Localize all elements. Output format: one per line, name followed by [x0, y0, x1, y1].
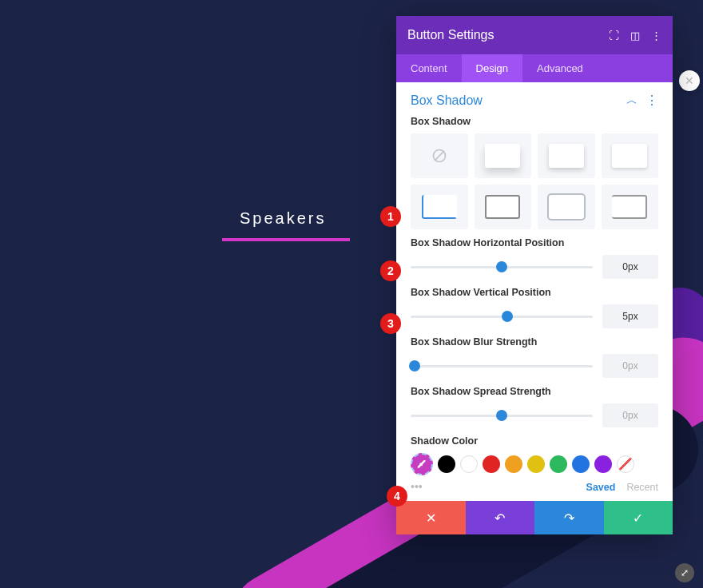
slider-spread[interactable] — [411, 407, 593, 423]
preset-8[interactable] — [602, 185, 659, 229]
label-blur: Box Shadow Blur Strength — [411, 336, 658, 348]
slider-blur[interactable] — [411, 358, 593, 374]
swatch-green[interactable] — [550, 455, 567, 473]
shadow-preset-grid — [411, 133, 658, 229]
svg-line-1 — [435, 151, 444, 161]
speakers-button[interactable]: Speakers — [240, 209, 327, 228]
label-vertical: Box Shadow Vertical Position — [411, 287, 658, 298]
panel-body: Box Shadow ︿ ⋮ Box Shadow Box Shadow Hor… — [396, 82, 673, 501]
eyedropper-button[interactable] — [411, 453, 433, 475]
swatch-purple[interactable] — [594, 455, 612, 473]
value-blur[interactable]: 0px — [602, 354, 658, 378]
swatch-orange[interactable] — [505, 455, 522, 473]
resize-handle-icon[interactable]: ⤢ — [675, 563, 694, 582]
settings-panel: Button Settings ⛶ ◫ ⋮ Content Design Adv… — [396, 16, 673, 534]
kebab-icon[interactable]: ⋮ — [651, 30, 661, 42]
color-tab-saved[interactable]: Saved — [586, 482, 616, 493]
value-horizontal[interactable]: 0px — [602, 255, 658, 279]
tab-advanced[interactable]: Advanced — [522, 54, 598, 82]
swatch-blue[interactable] — [572, 455, 590, 473]
tab-design[interactable]: Design — [462, 54, 522, 82]
preset-6[interactable] — [475, 185, 532, 229]
swatch-red[interactable] — [483, 455, 500, 473]
preset-7[interactable] — [538, 185, 595, 229]
preset-none[interactable] — [411, 133, 468, 178]
chevron-up-icon[interactable]: ︿ — [626, 93, 637, 108]
panel-footer: ✕ ↶ ↷ ✓ — [396, 501, 673, 534]
label-spread: Box Shadow Spread Strength — [411, 386, 658, 397]
close-panel-icon[interactable]: ✕ — [679, 70, 700, 91]
speakers-underline — [222, 238, 350, 241]
save-button[interactable]: ✓ — [604, 501, 673, 534]
panel-header: Button Settings ⛶ ◫ ⋮ — [396, 16, 673, 54]
swatch-none[interactable] — [617, 455, 634, 473]
panel-title: Button Settings — [407, 28, 494, 42]
value-vertical[interactable]: 5px — [602, 304, 658, 328]
expand-icon[interactable]: ⛶ — [609, 30, 619, 42]
columns-icon[interactable]: ◫ — [630, 30, 640, 42]
swatch-black[interactable] — [438, 455, 455, 473]
annotation-marker-4: 4 — [387, 486, 407, 507]
swatch-white[interactable] — [460, 455, 478, 473]
annotation-marker-2: 2 — [380, 260, 401, 281]
preset-4[interactable] — [602, 133, 659, 178]
slider-vertical[interactable] — [411, 308, 593, 324]
label-horizontal: Box Shadow Horizontal Position — [411, 237, 658, 248]
label-shadow-color: Shadow Color — [411, 435, 658, 447]
redo-button[interactable]: ↷ — [534, 501, 604, 534]
preset-2[interactable] — [475, 133, 532, 178]
label-presets: Box Shadow — [411, 116, 658, 127]
annotation-marker-3: 3 — [380, 313, 401, 334]
annotation-marker-1: 1 — [380, 206, 401, 227]
panel-tabs: Content Design Advanced — [396, 54, 673, 82]
preset-5[interactable] — [411, 185, 468, 229]
color-swatch-row — [411, 453, 658, 475]
kebab-icon[interactable]: ⋮ — [645, 94, 658, 107]
undo-button[interactable]: ↶ — [466, 501, 535, 534]
swatch-yellow[interactable] — [527, 455, 545, 473]
tab-content[interactable]: Content — [396, 54, 462, 82]
value-spread[interactable]: 0px — [602, 403, 658, 427]
section-box-shadow[interactable]: Box Shadow — [411, 93, 483, 108]
slider-horizontal[interactable] — [411, 259, 593, 275]
color-tab-recent[interactable]: Recent — [626, 482, 658, 493]
preset-3[interactable] — [538, 133, 595, 178]
cancel-button[interactable]: ✕ — [396, 501, 466, 534]
